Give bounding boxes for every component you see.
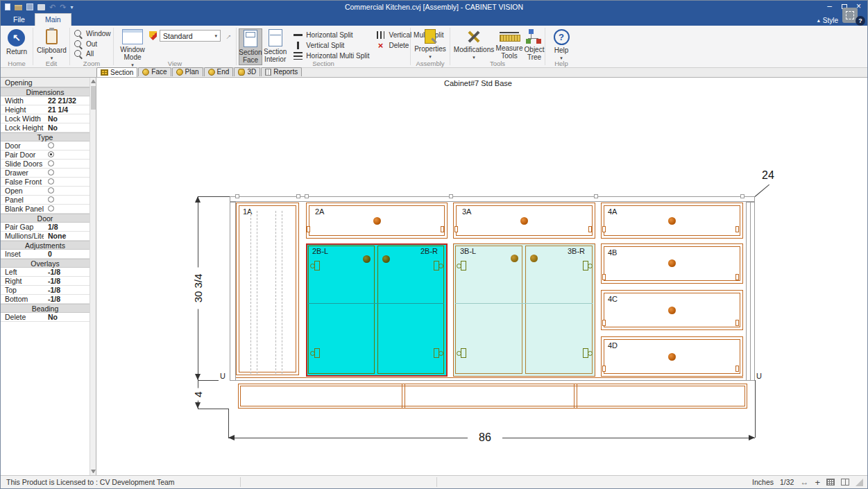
qat-more-icon[interactable]: ▾	[70, 4, 73, 10]
panel-radio-cell[interactable]	[44, 169, 90, 177]
precision-label[interactable]: 1/32	[780, 478, 794, 486]
radio-unchecked-icon[interactable]	[48, 160, 54, 166]
panel-row-value[interactable]: -1/8	[44, 277, 90, 285]
button-label: Measure Tools	[496, 44, 523, 60]
panel-row: Pair Door	[1, 151, 90, 160]
panel-radio-cell[interactable]	[44, 196, 90, 204]
radio-unchecked-icon[interactable]	[48, 178, 54, 185]
dim-height-text: 30 3/4	[192, 268, 204, 309]
panel-row-value[interactable]: No	[44, 114, 90, 123]
tab-file[interactable]: File	[3, 14, 35, 26]
scroll-thumb[interactable]	[91, 86, 96, 110]
grid-toggle-icon[interactable]	[826, 479, 835, 486]
radio-checked-icon[interactable]	[48, 151, 54, 157]
horizontal-split-button[interactable]: Horizontal Split	[292, 30, 369, 40]
modifications-button[interactable]: Modifications ▾	[452, 28, 495, 62]
save-icon[interactable]	[26, 3, 33, 10]
panel-row-label: Panel	[1, 196, 44, 204]
panel-row: DeleteNo	[1, 313, 90, 322]
panel-row-value[interactable]: -1/8	[44, 295, 90, 303]
measure-tools-button[interactable]: Measure Tools	[495, 28, 523, 60]
view-tab-label: Section	[110, 69, 133, 76]
panel-row-value[interactable]: No	[44, 313, 90, 321]
panel-row-value[interactable]: None	[44, 232, 90, 240]
panel-radio-cell[interactable]	[44, 160, 90, 168]
hinge-icon	[310, 348, 320, 359]
door-knob-icon	[530, 255, 538, 262]
tab-main[interactable]: Main	[35, 13, 71, 26]
ribbon-group-view: Window Mode ▾ Standard ▾ → View	[114, 26, 236, 67]
split-view-icon[interactable]	[841, 479, 849, 486]
panel-radio-cell[interactable]	[44, 205, 90, 213]
panel-row-value[interactable]: -1/8	[44, 286, 90, 294]
view-tab-plan[interactable]: Plan	[172, 67, 203, 76]
chevron-up-icon: ▴	[817, 17, 820, 24]
panel-row-value[interactable]: No	[44, 123, 90, 132]
ribbon-group-zoom: Window Out All Zoom	[70, 26, 113, 67]
panel-row-value[interactable]: -1/8	[44, 268, 90, 276]
resize-corner-icon	[856, 479, 863, 486]
pan-arrow-icon[interactable]: →	[221, 29, 234, 42]
properties-button[interactable]: Properties ▾	[413, 28, 448, 61]
object-tree-button[interactable]: Object Tree	[523, 28, 545, 62]
opening-label: 2B-L	[312, 247, 328, 255]
drawing-canvas[interactable]: Cabinet#7 Std Base 1A 2A 2B-L 2B-R 3A	[96, 78, 867, 475]
zoom-out-button[interactable]: Out	[72, 39, 97, 49]
horizontal-multi-split-icon	[293, 52, 303, 60]
radio-unchecked-icon[interactable]	[48, 187, 54, 194]
vertical-split-button[interactable]: Vertical Split	[292, 40, 369, 51]
group-label-tools: Tools	[450, 60, 545, 67]
panel-row-value[interactable]: 22 21/32	[44, 96, 90, 105]
redo-icon[interactable]: ↷	[60, 3, 66, 11]
undo-icon[interactable]: ↶	[49, 3, 56, 11]
panel-scrollbar[interactable]	[90, 78, 96, 475]
panel-radio-cell[interactable]	[44, 151, 90, 159]
toekick-divider	[405, 384, 405, 409]
help-button[interactable]: ? Help ▾	[552, 28, 571, 62]
panel-radio-cell[interactable]	[44, 187, 90, 195]
panel-row-value[interactable]: 1/8	[44, 223, 90, 231]
zoom-all-button[interactable]: All	[72, 49, 94, 59]
view-tab-reports[interactable]: Reports	[261, 67, 302, 76]
section-interior-button[interactable]: Section Interior	[262, 28, 288, 64]
scroll-down-icon[interactable]	[91, 470, 96, 473]
open-file-icon[interactable]	[15, 5, 22, 10]
panel-radio-cell[interactable]	[44, 178, 90, 186]
panel-row-value[interactable]: 0	[44, 250, 90, 258]
opening-1A[interactable]	[236, 203, 299, 375]
panel-row-value[interactable]: 21 1/4	[44, 105, 90, 114]
return-button[interactable]: ↖ Return	[5, 28, 28, 56]
button-label: Properties	[414, 45, 446, 53]
measure-tools-icon	[499, 29, 520, 43]
radio-unchecked-icon[interactable]	[48, 196, 54, 203]
view-style-combobox[interactable]: Standard ▾	[160, 30, 221, 42]
print-icon[interactable]	[37, 4, 45, 10]
status-divider	[240, 477, 241, 487]
radio-unchecked-icon[interactable]	[48, 142, 54, 148]
panel-radio-cell[interactable]	[44, 141, 90, 150]
panel-row-label: Door	[1, 141, 44, 150]
panel-section-header: Type	[1, 132, 90, 141]
style-button[interactable]: ▴ Style	[817, 17, 838, 24]
button-label: Out	[86, 40, 97, 48]
new-file-icon[interactable]	[5, 3, 10, 10]
dim-arrow	[195, 402, 201, 409]
scroll-up-icon[interactable]	[91, 80, 96, 83]
panel-section-header: Door	[1, 214, 90, 223]
minimize-button[interactable]: –	[822, 1, 837, 12]
units-label[interactable]: Inches	[752, 478, 774, 486]
view-tab-end[interactable]: End	[204, 67, 234, 76]
pan-tool-icon[interactable]: ↔	[800, 477, 808, 487]
main-area: Opening DimensionsWidth22 21/32Height21 …	[1, 78, 867, 475]
clipboard-button[interactable]: Clipboard ▾	[35, 28, 68, 62]
crosshair-icon[interactable]: +	[815, 477, 820, 488]
radio-unchecked-icon[interactable]	[48, 169, 54, 175]
drawer-knob-icon	[668, 217, 676, 225]
button-label: Clipboard	[37, 46, 67, 54]
zoom-window-button[interactable]: Window	[72, 28, 111, 39]
radio-unchecked-icon[interactable]	[48, 205, 54, 212]
view-tab-3d[interactable]: 3D	[234, 67, 260, 76]
shelf-dash-line	[250, 211, 251, 374]
cabinet-bottom-line	[230, 380, 755, 381]
help-bubble-icon[interactable]: ?	[856, 16, 865, 26]
